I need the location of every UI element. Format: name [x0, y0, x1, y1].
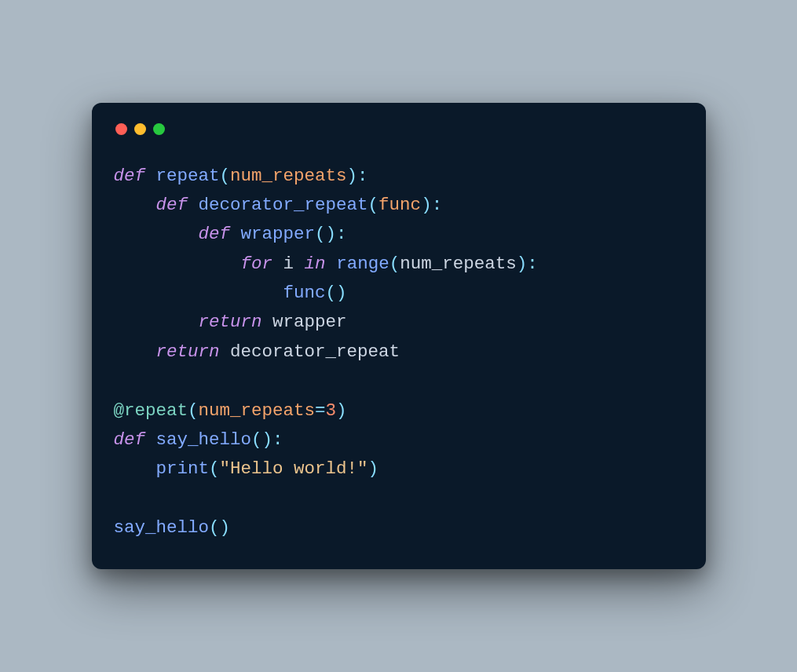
- punct-close: ): [262, 429, 273, 450]
- punct-open: (: [251, 429, 262, 450]
- punct-open: (: [315, 224, 326, 244]
- num-three: 3: [326, 400, 337, 421]
- var-i: i: [283, 254, 294, 274]
- keyword-def: def: [114, 166, 146, 186]
- punct-colon: :: [272, 429, 283, 450]
- fn-say-hello: say_hello: [156, 429, 252, 450]
- keyword-in: in: [305, 254, 326, 274]
- punct-open: (: [368, 195, 379, 215]
- keyword-for: for: [241, 254, 273, 274]
- keyword-return: return: [156, 341, 220, 362]
- code-block: def repeat(num_repeats): def decorator_r…: [114, 162, 684, 542]
- punct-close: ): [326, 224, 337, 244]
- var-num-repeats: num_repeats: [400, 254, 517, 274]
- maximize-icon[interactable]: [153, 123, 165, 135]
- string-hello: "Hello world!": [220, 458, 368, 479]
- decorator-repeat: repeat: [124, 400, 188, 421]
- fn-decorator-repeat: decorator_repeat: [199, 195, 368, 215]
- decorator-at: @: [114, 400, 125, 421]
- fn-print: print: [156, 458, 210, 479]
- punct-colon: :: [336, 224, 347, 244]
- var-decorator-repeat: decorator_repeat: [230, 341, 400, 362]
- punct-close: ): [220, 517, 231, 538]
- keyword-return: return: [199, 312, 262, 332]
- keyword-def: def: [114, 429, 146, 450]
- punct-close: ): [347, 166, 358, 186]
- punct-colon: :: [357, 166, 368, 186]
- minimize-icon[interactable]: [134, 123, 146, 135]
- code-window: def repeat(num_repeats): def decorator_r…: [92, 103, 706, 569]
- punct-close: ): [336, 400, 347, 421]
- punct-eq: =: [315, 400, 326, 421]
- fn-wrapper: wrapper: [241, 224, 316, 244]
- fn-range: range: [336, 254, 389, 274]
- fn-func: func: [283, 283, 326, 303]
- punct-close: ): [336, 283, 347, 303]
- punct-colon: :: [432, 195, 443, 215]
- close-icon[interactable]: [115, 123, 127, 135]
- call-say-hello: say_hello: [114, 517, 210, 538]
- punct-colon: :: [527, 254, 538, 274]
- punct-open: (: [188, 400, 199, 421]
- keyword-def: def: [199, 224, 231, 244]
- param-num-repeats: num_repeats: [230, 166, 347, 186]
- punct-open: (: [209, 458, 220, 479]
- punct-open: (: [209, 517, 220, 538]
- punct-open: (: [220, 166, 231, 186]
- fn-repeat: repeat: [156, 166, 220, 186]
- param-num-repeats: num_repeats: [199, 400, 316, 421]
- punct-close: ): [368, 458, 379, 479]
- punct-open: (: [389, 254, 400, 274]
- punct-close: ): [517, 254, 528, 274]
- punct-close: ): [421, 195, 432, 215]
- param-func: func: [378, 195, 421, 215]
- var-wrapper: wrapper: [272, 312, 347, 332]
- punct-open: (: [326, 283, 337, 303]
- keyword-def: def: [156, 195, 188, 215]
- window-titlebar: [114, 120, 684, 162]
